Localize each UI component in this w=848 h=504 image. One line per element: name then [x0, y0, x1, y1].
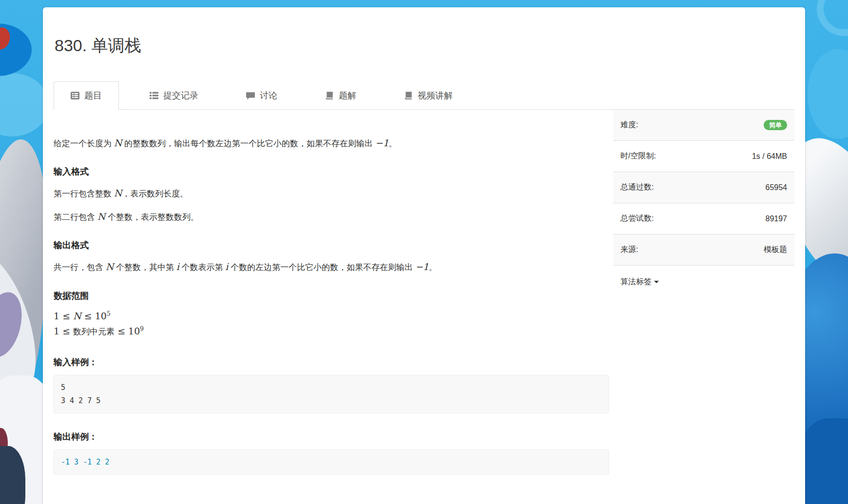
source-label: 来源:: [620, 245, 638, 255]
input-format-heading: 输入格式: [54, 166, 609, 177]
tab-submissions[interactable]: 提交记录: [133, 81, 215, 109]
output-format-line1: 共一行，包含 N 个整数，其中第 i 个数表示第 i 个数的左边第一个比它小的数…: [54, 260, 609, 274]
difficulty-badge: 简单: [764, 120, 787, 130]
problem-meta-sidebar: 难度: 简单 时/空限制: 1s / 64MB 总通过数: 65954 总尝试数…: [613, 110, 794, 298]
output-sample-code[interactable]: -1 3 -1 2 2: [54, 449, 609, 475]
input-sample-code[interactable]: 5 3 4 2 7 5: [54, 375, 609, 413]
input-sample-heading: 输入样例：: [54, 356, 609, 368]
data-range-line1: 1 ≤ N ≤ 105: [54, 309, 609, 324]
input-format-line2: 第二行包含 N 个整数，表示整数数列。: [54, 210, 609, 224]
problem-intro: 给定一个长度为 N 的整数数列，输出每个数左边第一个比它小的数，如果不存在则输出…: [54, 136, 609, 150]
meta-row-accepted: 总通过数: 65954: [613, 172, 794, 203]
tab-solutions[interactable]: 题解: [308, 81, 373, 109]
source-value: 模板题: [764, 245, 787, 255]
attempts-label: 总尝试数:: [620, 213, 654, 224]
output-sample-heading: 输出样例：: [54, 431, 609, 443]
book-icon: [325, 91, 334, 100]
page-title: 830. 单调栈: [55, 35, 794, 57]
accepted-label: 总通过数:: [620, 182, 654, 193]
meta-row-source: 来源: 模板题: [613, 234, 794, 266]
comment-icon: [246, 91, 255, 100]
tab-discussion[interactable]: 讨论: [229, 81, 294, 109]
list-alt-icon: [71, 91, 79, 100]
data-range-line2: 1 ≤ 数列中元素 ≤ 109: [54, 324, 609, 339]
algorithm-tags-label: 算法标签: [620, 277, 652, 286]
difficulty-label: 难度:: [620, 120, 638, 130]
tab-bar: 题目 提交记录 讨论 题解 视频讲解: [54, 81, 794, 110]
problem-statement: 给定一个长度为 N 的整数数列，输出每个数左边第一个比它小的数，如果不存在则输出…: [54, 110, 609, 475]
algorithm-tags-dropdown[interactable]: 算法标签: [613, 266, 794, 298]
tab-problem[interactable]: 题目: [54, 81, 119, 110]
tab-problem-label: 题目: [84, 90, 102, 101]
output-format-heading: 输出格式: [54, 239, 609, 251]
chevron-down-icon: [654, 281, 659, 283]
input-format-line1: 第一行包含整数 N，表示数列长度。: [54, 186, 609, 200]
light-blue-shape: [808, 49, 848, 139]
limits-label: 时/空限制:: [620, 151, 656, 161]
list-icon: [150, 91, 158, 100]
tab-submissions-label: 提交记录: [163, 90, 198, 101]
accepted-value: 65954: [766, 183, 788, 192]
blue-ring-shape: [817, 0, 848, 36]
attempts-value: 89197: [766, 214, 788, 223]
cloud-shape: [0, 73, 49, 136]
meta-row-attempts: 总尝试数: 89197: [613, 203, 794, 234]
meta-row-difficulty: 难度: 简单: [613, 110, 794, 141]
tab-solutions-label: 题解: [339, 90, 356, 101]
tab-discussion-label: 讨论: [260, 90, 277, 101]
problem-card: 830. 单调栈 题目 提交记录 讨论 题解: [43, 7, 805, 504]
data-range-heading: 数据范围: [54, 290, 609, 302]
book-icon: [404, 91, 413, 100]
meta-row-limits: 时/空限制: 1s / 64MB: [613, 141, 794, 172]
tab-video-label: 视频讲解: [418, 90, 453, 101]
limits-value: 1s / 64MB: [752, 152, 787, 161]
tab-video[interactable]: 视频讲解: [387, 81, 470, 109]
